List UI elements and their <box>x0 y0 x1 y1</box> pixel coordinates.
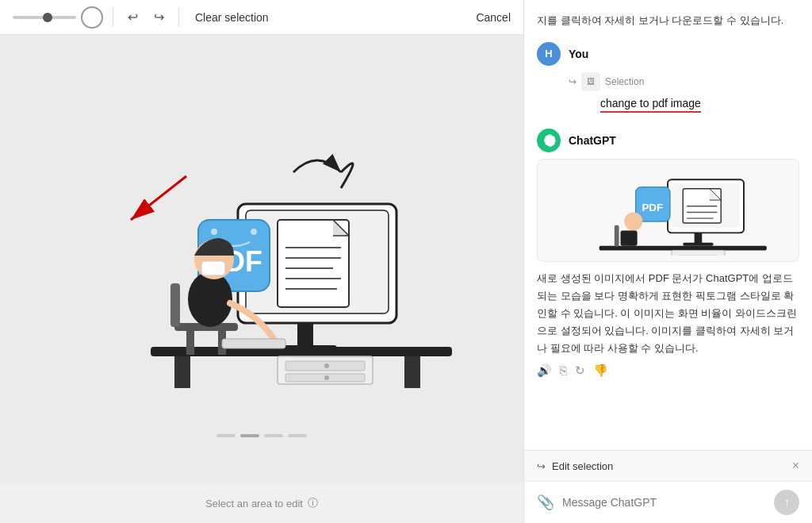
you-avatar: H <box>537 42 561 66</box>
right-panel: 지를 클릭하여 자세히 보거나 다운로드할 수 있습니다. H You ↪ 🖼 … <box>523 0 812 523</box>
reply-icon: ↪ <box>569 76 576 87</box>
attach-button[interactable]: 📎 <box>537 494 554 511</box>
chatgpt-message-body: 새로 생성된 이미지에서 PDF 문서가 ChatGPT에 업로드되는 모습을 … <box>537 270 799 357</box>
svg-rect-35 <box>695 233 703 244</box>
chatgpt-sender-label: ChatGPT <box>569 134 616 147</box>
svg-point-44 <box>625 213 643 231</box>
edit-selection-icon: ↪ <box>537 460 546 472</box>
svg-text:PDF: PDF <box>642 202 664 214</box>
scroll-indicators <box>216 434 307 437</box>
svg-rect-46 <box>615 225 619 247</box>
zoom-slider-thumb[interactable] <box>43 13 52 22</box>
svg-rect-47 <box>672 251 725 256</box>
toolbar-divider-1 <box>113 8 113 27</box>
image-area[interactable]: PDF <box>0 35 523 483</box>
svg-rect-28 <box>170 283 180 327</box>
svg-rect-36 <box>684 243 714 246</box>
toolbar: ↩ ↪ Clear selection Cancel <box>0 0 523 35</box>
clear-selection-button[interactable]: Clear selection <box>189 8 275 27</box>
cancel-button[interactable]: Cancel <box>476 11 511 24</box>
send-button[interactable]: ↑ <box>774 490 799 515</box>
info-icon: ⓘ <box>308 496 318 510</box>
close-edit-selection-button[interactable]: × <box>792 459 799 473</box>
bottom-bar: Select an area to edit ⓘ <box>0 483 523 523</box>
gpt-image-svg: PDF <box>550 164 785 256</box>
red-arrow-icon <box>107 168 202 232</box>
svg-point-15 <box>211 229 217 235</box>
copy-icon[interactable]: ⎘ <box>560 363 567 378</box>
undo-icon: ↩ <box>128 10 138 25</box>
select-area-label: Select an area to edit <box>205 498 303 510</box>
scroll-dot-1 <box>216 434 236 437</box>
you-message-header: H You <box>537 42 799 66</box>
scroll-dot-2 <box>240 434 259 437</box>
scroll-dot-4 <box>288 434 307 437</box>
chatgpt-image-preview[interactable]: PDF <box>537 159 799 262</box>
edit-selection-label: Edit selection <box>552 460 786 472</box>
you-sender-label: You <box>569 48 588 60</box>
svg-rect-45 <box>621 231 638 246</box>
scene-svg: PDF <box>63 125 460 394</box>
circle-mode-icon[interactable] <box>81 6 103 29</box>
svg-point-29 <box>188 271 232 327</box>
selection-thumbnail: 🖼 <box>581 72 600 91</box>
svg-point-22 <box>324 363 329 368</box>
redo-icon: ↪ <box>154 10 164 25</box>
main-illustration: PDF <box>63 125 460 394</box>
undo-button[interactable]: ↩ <box>123 6 143 28</box>
chatgpt-message-header: ChatGPT <box>537 129 799 152</box>
user-message-text: change to pdf image <box>600 97 701 113</box>
svg-rect-32 <box>222 339 285 348</box>
refresh-icon[interactable]: ↻ <box>575 363 585 378</box>
svg-rect-26 <box>186 331 194 355</box>
selection-reference: ↪ 🖼 Selection <box>569 72 799 91</box>
top-continuation-text: 지를 클릭하여 자세히 보거나 다운로드할 수 있습니다. <box>537 13 799 29</box>
svg-rect-18 <box>174 356 190 388</box>
send-icon: ↑ <box>783 495 790 510</box>
message-input[interactable] <box>562 496 766 509</box>
volume-icon[interactable]: 🔊 <box>537 363 552 378</box>
input-bar: 📎 ↑ <box>524 482 812 523</box>
chatgpt-message-group: ChatGPT PDF <box>537 129 799 378</box>
zoom-slider-group <box>13 6 103 29</box>
svg-point-24 <box>324 375 329 380</box>
message-actions: 🔊 ⎘ ↻ 👎 <box>537 363 799 378</box>
chat-bottom: ↪ Edit selection × 📎 ↑ <box>524 450 812 523</box>
scroll-dot-3 <box>264 434 283 437</box>
redo-button[interactable]: ↪ <box>149 6 169 28</box>
zoom-slider-track[interactable] <box>13 16 76 19</box>
thumbs-down-icon[interactable]: 👎 <box>593 363 608 378</box>
svg-rect-17 <box>151 347 452 356</box>
svg-rect-43 <box>599 246 767 251</box>
left-panel: ↩ ↪ Clear selection Cancel <box>0 0 523 523</box>
svg-line-1 <box>131 176 186 220</box>
svg-rect-31 <box>201 261 225 275</box>
selection-label: Selection <box>605 76 644 87</box>
chat-area[interactable]: 지를 클릭하여 자세히 보거나 다운로드할 수 있습니다. H You ↪ 🖼 … <box>524 0 812 450</box>
you-message-group: H You ↪ 🖼 Selection change to pdf image <box>537 42 799 113</box>
svg-point-16 <box>251 229 257 235</box>
svg-rect-19 <box>404 356 420 388</box>
chatgpt-avatar <box>537 129 561 152</box>
toolbar-divider-2 <box>178 8 179 27</box>
edit-selection-bar: ↪ Edit selection × <box>524 451 812 482</box>
svg-rect-4 <box>297 323 313 347</box>
